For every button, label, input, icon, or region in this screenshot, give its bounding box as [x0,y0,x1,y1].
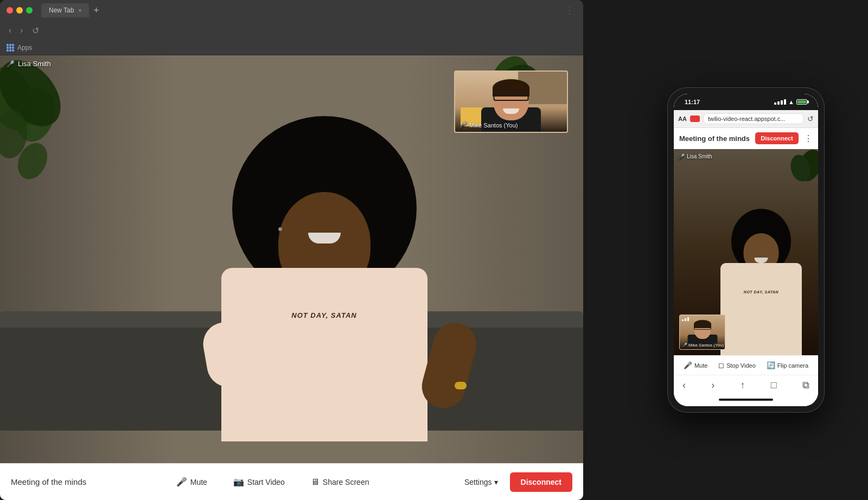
close-button[interactable] [7,7,13,14]
video-icon: 📷 [233,477,244,487]
mic-active-icon: 🎤 [7,60,15,68]
traffic-lights [7,7,33,14]
phone-flip-icon: 🔄 [767,361,775,369]
phone-pip-label: 🎤 Mike Santos (You) [682,343,724,348]
bottom-bar: Meeting of the minds 🎤 Mute 📷 Start Vide… [0,463,583,500]
phone-flip-camera-button[interactable]: 🔄 Flip camera [767,361,808,369]
browser-tab[interactable]: New Tab × [41,3,89,17]
settings-arrow: ▾ [494,478,498,486]
phone-forward-button[interactable]: › [711,380,714,391]
phone-tabs-button[interactable]: ⧉ [802,380,809,391]
maximize-button[interactable] [26,7,33,14]
phone-pip-video[interactable]: 🎤 Mike Santos (You) [679,315,725,350]
phone-status-bar: 11:17 ▲ [674,94,818,110]
phone-back-button[interactable]: ‹ [682,380,686,391]
phone-video-icon: ◻ [718,361,724,369]
reload-button[interactable]: ↺ [30,24,41,37]
mute-icon: 🎤 [176,477,187,487]
apps-icon[interactable] [7,44,14,52]
phone-pip-mic: 🎤 [682,343,687,348]
back-button[interactable]: ‹ [7,24,14,36]
share-screen-icon: 🖥 [311,477,320,487]
phone-controls: 🎤 Mute ◻ Stop Video 🔄 Flip camera [674,355,818,375]
controls-right: Settings ▾ Disconnect [459,472,572,492]
phone-mute-button[interactable]: 🎤 Mute [684,361,707,369]
pip-video[interactable]: 🎤 Mike Santos (You) [454,70,568,133]
pip-participant-label: 🎤 Mike Santos (You) [459,121,518,129]
tab-close-button[interactable]: × [78,8,81,14]
phone-flip-label: Flip camera [777,362,808,369]
phone-mockup: 11:17 ▲ AA [667,87,825,413]
main-participant-name: Lisa Smith [18,60,51,68]
browser-titlebar: New Tab × + ⋮ [0,0,583,21]
phone-stop-video-label: Stop Video [726,362,756,369]
pip-mic-icon: 🎤 [459,121,467,129]
phone-mute-label: Mute [694,362,707,369]
share-screen-button[interactable]: 🖥 Share Screen [305,474,375,490]
phone-mic-icon: 🎤 [678,153,685,159]
phone-disconnect-button[interactable]: Disconnect [755,132,798,144]
browser-more-options-button[interactable]: ⋮ [563,2,577,18]
phone-participant-name: Lisa Smith [687,153,712,159]
phone-share-button[interactable]: ↑ [741,380,745,391]
phone-frame: 11:17 ▲ AA [667,87,825,413]
battery-icon [796,99,807,105]
settings-label: Settings [464,478,492,486]
mute-label: Mute [190,478,207,486]
phone-home-indicator [674,395,818,406]
settings-button[interactable]: Settings ▾ [459,475,503,490]
phone-mute-icon: 🎤 [684,361,692,369]
share-screen-label: Share Screen [323,478,369,486]
disconnect-button[interactable]: Disconnect [510,472,572,492]
phone-stop-video-button[interactable]: ◻ Stop Video [718,361,756,369]
home-bar [719,399,773,401]
start-video-button[interactable]: 📷 Start Video [228,473,290,490]
plant-decoration [0,55,71,326]
wifi-icon: ▲ [788,99,794,105]
phone-plant [786,149,818,193]
phone-pip-name: Mike Santos (You) [688,343,724,348]
phone-shirt-text: NOT DAY, SATAN [744,290,778,294]
lisa-smith-figure: NOT DAY, SATAN [162,116,487,431]
apps-label[interactable]: Apps [17,44,32,52]
forward-button[interactable]: › [18,24,25,36]
minimize-button[interactable] [16,7,23,14]
phone-status-icons: ▲ [774,99,807,105]
tab-bar: New Tab × + [41,3,558,17]
meeting-title: Meeting of the minds [11,477,86,486]
phone-more-options-button[interactable]: ⋮ [804,133,813,144]
phone-reload-button[interactable]: ↺ [807,114,814,123]
phone-rec-indicator [690,116,700,122]
new-tab-button[interactable]: + [93,5,99,16]
signal-icon [774,99,786,105]
browser-toolbar: ‹ › ↺ [0,21,583,40]
browser-window: New Tab × + ⋮ ‹ › ↺ Apps [0,0,583,500]
video-area: NOT DAY, SATAN 🎤 Lisa Smith [0,55,583,463]
shirt-text: NOT DAY, SATAN [291,311,356,319]
controls-center: 🎤 Mute 📷 Start Video 🖥 Share Screen [86,473,459,490]
phone-browser-bar: AA twilio-video-react.appspot.c... ↺ [674,110,818,128]
phone-participant-label: 🎤 Lisa Smith [678,153,712,159]
phone-nav-bar: ‹ › ↑ □ ⧉ [674,375,818,395]
phone-meeting-bar: Meeting of the minds Disconnect ⋮ [674,128,818,149]
apps-row: Apps [0,40,583,55]
tab-label: New Tab [49,7,74,14]
main-video: NOT DAY, SATAN 🎤 Lisa Smith [0,55,583,463]
phone-meeting-title: Meeting of the minds [679,134,750,143]
main-participant-label: 🎤 Lisa Smith [7,60,51,68]
start-video-label: Start Video [247,478,285,486]
phone-aa-button[interactable]: AA [678,116,687,122]
phone-bookmarks-button[interactable]: □ [771,380,777,391]
phone-time: 11:17 [685,99,700,105]
phone-url-bar[interactable]: twilio-video-react.appspot.c... [703,113,804,124]
pip-participant-name: Mike Santos (You) [469,122,518,129]
phone-screen: 11:17 ▲ AA [674,94,818,406]
phone-video-area: NOT DAY, SATAN 🎤 Lisa Smith [674,149,818,355]
mute-button[interactable]: 🎤 Mute [171,473,213,490]
